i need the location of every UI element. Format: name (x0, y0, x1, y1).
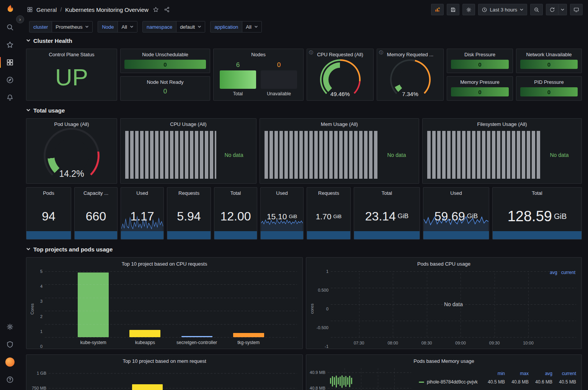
refresh-button[interactable] (546, 4, 559, 15)
panel-title[interactable]: Control Plane Status (26, 49, 117, 57)
time-range-label: Last 3 hours (490, 7, 517, 13)
panel-title[interactable]: CPU Usage (All) (121, 119, 256, 127)
panel-title[interactable]: Disk Pressure (447, 49, 513, 57)
panel-filesystem-usage: Filesystem Usage (All) No data (422, 118, 582, 184)
panel-pods-cpu-usage: Pods based CPU usage avgcurrent cores 10… (306, 257, 582, 349)
stat-background-bar: 0 (451, 87, 509, 96)
panel-title[interactable]: Node Not Ready (121, 77, 210, 85)
save-dashboard-button[interactable] (447, 4, 459, 15)
legend-avg[interactable]: avg (550, 270, 557, 275)
nodes-total-bar (220, 70, 256, 89)
panel-title[interactable]: Network Unavailable (516, 49, 581, 57)
bar-kubeapps[interactable] (129, 330, 160, 337)
bar[interactable] (132, 384, 163, 390)
variable-namespace[interactable]: namespace default (142, 21, 205, 33)
starred-icon[interactable] (0, 41, 20, 49)
y-axis-ticks: 40.9 MB40.8 MB (309, 368, 328, 390)
panel-title[interactable]: Used (121, 188, 163, 196)
x-label: secretgen-controller (171, 338, 223, 346)
refresh-interval-dropdown[interactable] (559, 4, 567, 15)
add-panel-button[interactable] (431, 4, 444, 15)
share-icon[interactable] (163, 6, 171, 13)
panel-info-icon[interactable]: ⓘ (379, 50, 383, 55)
panel-title[interactable]: Total (493, 188, 581, 196)
stat-background-bar: 0 (124, 60, 206, 69)
panel-title[interactable]: Requests (307, 188, 350, 196)
bar-kube-system[interactable] (78, 273, 109, 337)
panel-title[interactable]: Top 10 project based on mem request (26, 355, 302, 364)
panel-pods-memory-usage: Pods based Memory usage 40.9 MB40.8 MB m… (306, 354, 582, 390)
panel-title[interactable]: Requests (167, 188, 211, 196)
gridline-vertical (394, 368, 395, 390)
stat-panel-pods: Pods94 (26, 187, 71, 240)
dashboards-icon[interactable] (0, 58, 20, 67)
panel-title[interactable]: PID Pressure (516, 77, 581, 85)
breadcrumb-section[interactable]: General (36, 7, 57, 13)
settings-gear-icon[interactable] (0, 323, 20, 331)
panel-pid-pressure: PID Pressure 0 (516, 76, 582, 101)
bar-tkg-system[interactable] (233, 333, 264, 337)
dashboard-settings-button[interactable] (462, 4, 475, 15)
variable-application[interactable]: application All (210, 21, 262, 33)
zoom-out-button[interactable] (530, 4, 543, 15)
stat-panel-used: Used1.17 (121, 187, 164, 240)
stat-percent-bar (493, 231, 581, 239)
gridline-vertical (359, 271, 359, 337)
series-current: 40.5 MB (552, 379, 576, 385)
section-cluster-health[interactable]: Cluster Health (26, 36, 582, 46)
panel-title[interactable]: Pod Usage (All) (26, 119, 117, 127)
y-tick: 0 (40, 344, 42, 349)
bar-chart-plot (49, 369, 297, 390)
legend-column-avg[interactable]: avg (529, 371, 552, 376)
template-variables-bar: cluster Prometheus Node All namespace de… (20, 19, 588, 35)
panel-title[interactable]: Used (423, 188, 489, 196)
admin-shield-icon[interactable] (0, 340, 20, 349)
x-tick: 09:30 (489, 341, 500, 345)
sidebar-expand-button[interactable]: › (16, 15, 24, 23)
panel-title[interactable]: Total (214, 188, 257, 196)
gauge-value: 7.34% (390, 91, 431, 97)
panel-title[interactable]: Memory Requeted ... (377, 49, 443, 57)
gridline (331, 304, 576, 305)
section-total-usage[interactable]: Total usage (26, 105, 582, 115)
panel-title[interactable]: Memory Pressure (447, 77, 513, 85)
panel-title[interactable]: Pods (26, 188, 71, 196)
stat-value: 94 (26, 196, 71, 231)
panel-title[interactable]: Nodes (214, 49, 303, 57)
kiosk-mode-button[interactable] (570, 4, 583, 15)
panel-title[interactable]: CPU Requested (All) (307, 49, 373, 57)
stat-panel-total: Total12.00 (214, 187, 257, 240)
search-icon[interactable] (0, 23, 20, 31)
gridline (45, 311, 297, 311)
panel-title[interactable]: Mem Usage (All) (260, 119, 419, 127)
help-icon[interactable] (0, 375, 20, 384)
variable-cluster[interactable]: cluster Prometheus (29, 21, 93, 33)
legend-column-current[interactable]: current (552, 371, 576, 376)
grafana-logo-icon[interactable] (4, 4, 16, 15)
section-top-projects[interactable]: Top projects and pods usage (26, 244, 582, 254)
panel-title[interactable]: Used (261, 188, 303, 196)
time-range-picker[interactable]: Last 3 hours (478, 4, 527, 15)
breadcrumb-separator: / (60, 7, 62, 13)
panel-title[interactable]: Capacity ... (75, 188, 117, 196)
legend-column-max[interactable]: max (505, 371, 529, 376)
star-dashboard-icon[interactable] (152, 6, 160, 13)
legend-current[interactable]: current (561, 270, 575, 275)
panel-title[interactable]: Top 10 project based on CPU requests (26, 258, 302, 267)
chevron-down-icon (26, 38, 31, 43)
panel-info-icon[interactable]: ⓘ (309, 50, 313, 55)
legend-column-min[interactable]: min (481, 371, 505, 376)
user-avatar[interactable] (0, 358, 20, 366)
bar-slot (71, 369, 122, 390)
variable-node[interactable]: Node All (98, 21, 137, 33)
series-name[interactable]: pihole-85784dd9cc-pvjvk (419, 379, 481, 385)
panel-title[interactable]: Filesystem Usage (All) (423, 119, 581, 127)
panel-title[interactable]: Node Unschedulable (121, 49, 210, 57)
explore-compass-icon[interactable] (0, 76, 20, 84)
panel-title[interactable]: Pods based CPU usage (306, 258, 581, 267)
alerting-bell-icon[interactable] (0, 93, 20, 102)
panel-title[interactable]: Total (354, 188, 420, 196)
y-axis-ticks: 543210 (35, 271, 45, 346)
dashboard-topbar: General / Kubernetes Monitoring Overview (20, 0, 588, 19)
panel-title[interactable]: Pods based Memory usage (306, 355, 581, 364)
